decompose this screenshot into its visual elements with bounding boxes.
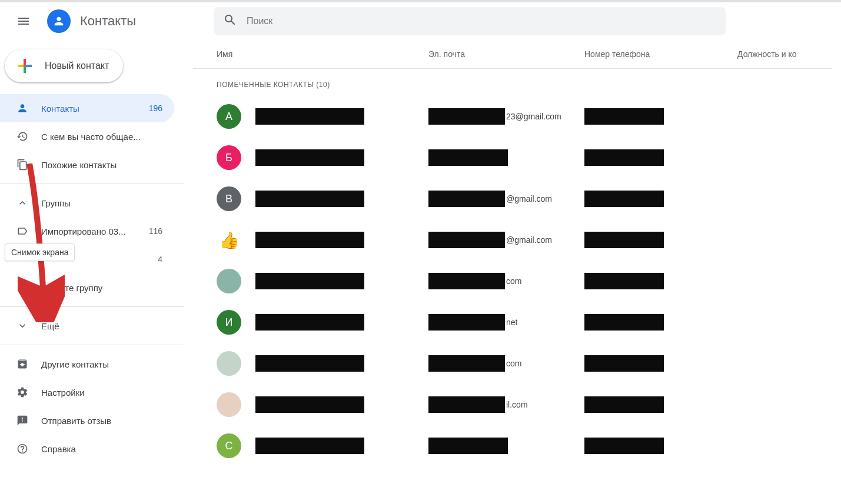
contact-phone-cell: [584, 438, 737, 454]
main-layout: Новый контакт Контакты 196 С кем вы част…: [0, 40, 841, 504]
redacted-email: [428, 314, 505, 331]
sidebar-item-frequent[interactable]: С кем вы часто общае...: [0, 122, 174, 151]
sidebar-item-imported[interactable]: Импортировано 03... 116: [0, 217, 174, 245]
screenshot-tooltip: Снимок экрана: [5, 243, 75, 261]
email-suffix: @gmail.com: [506, 194, 552, 203]
nav-label: Контакты: [41, 104, 136, 114]
redacted-email: [428, 191, 505, 207]
table-header: Имя Эл. почта Номер телефона Должность и…: [193, 40, 832, 69]
nav-label: Импортировано 03...: [41, 226, 136, 236]
redacted-name: [255, 273, 364, 289]
contact-name-cell: [255, 355, 428, 372]
new-contact-button[interactable]: Новый контакт: [5, 49, 123, 82]
email-suffix: net: [506, 318, 517, 327]
help-icon: [16, 443, 28, 455]
person-icon: [16, 102, 28, 114]
contact-name-cell: [255, 273, 428, 289]
sidebar-item-feedback[interactable]: Отправить отзыв: [0, 406, 174, 435]
contact-email-cell: 23@gmail.com: [428, 108, 584, 125]
contact-phone-cell: [584, 108, 737, 125]
sidebar-item-help[interactable]: Справка: [0, 435, 174, 463]
contact-email-cell: net: [428, 314, 584, 331]
contact-name-cell: [255, 191, 428, 207]
avatar-letter: Б: [217, 145, 241, 170]
sidebar-item-create-group[interactable]: оздайте группу: [0, 273, 174, 302]
history-icon: [16, 131, 28, 142]
contact-row[interactable]: И net: [193, 302, 841, 343]
search-icon: [223, 13, 237, 29]
redacted-name: [255, 149, 364, 166]
contact-row[interactable]: 👍 @gmail.com: [193, 219, 841, 261]
groups-header[interactable]: Группы: [0, 189, 184, 217]
contact-phone-cell: [584, 273, 737, 289]
redacted-email: [428, 396, 505, 413]
plus-small-icon: [16, 282, 28, 293]
avatar-photo: [217, 392, 241, 417]
redacted-name: [255, 396, 364, 413]
groups-label: Группы: [41, 198, 172, 208]
contact-phone-cell: [584, 314, 737, 331]
contact-email-cell: com: [428, 273, 584, 289]
col-phone: Номер телефона: [584, 49, 737, 59]
avatar-letter: С: [217, 433, 241, 458]
contact-row[interactable]: С: [193, 425, 841, 466]
avatar-photo: [217, 269, 241, 293]
redacted-email: [428, 108, 505, 125]
redacted-phone: [584, 396, 664, 413]
avatar-emoji: 👍: [217, 228, 241, 252]
email-suffix: com: [506, 276, 521, 286]
divider: [0, 306, 184, 307]
sidebar-item-settings[interactable]: Настройки: [0, 378, 174, 406]
nav-label: оздайте группу: [41, 283, 162, 293]
redacted-name: [255, 232, 364, 248]
col-email: Эл. почта: [428, 49, 584, 59]
email-suffix: il.com: [506, 400, 528, 409]
divider: [0, 183, 184, 184]
search-input[interactable]: [247, 16, 716, 26]
sidebar-item-contacts[interactable]: Контакты 196: [0, 94, 174, 122]
more-header[interactable]: Ещё: [0, 312, 184, 340]
contact-email-cell: @gmail.com: [428, 232, 584, 248]
redacted-phone: [584, 355, 664, 372]
redacted-email: [428, 438, 508, 454]
redacted-phone: [584, 108, 664, 125]
contact-phone-cell: [584, 396, 737, 413]
contact-row[interactable]: В @gmail.com: [193, 178, 841, 219]
sidebar-item-other[interactable]: Другие контакты: [0, 350, 174, 378]
redacted-phone: [584, 314, 664, 331]
contact-name-cell: [255, 232, 428, 248]
email-suffix: 23@gmail.com: [506, 112, 561, 121]
feedback-icon: [16, 415, 28, 426]
contact-row[interactable]: il.com: [193, 384, 841, 425]
redacted-phone: [584, 191, 664, 207]
redacted-name: [255, 108, 364, 125]
contact-row[interactable]: Б: [193, 137, 841, 178]
contact-name-cell: [255, 149, 428, 166]
contact-row[interactable]: com: [193, 343, 841, 384]
col-name: Имя: [217, 49, 428, 59]
plus-icon: [14, 55, 35, 76]
main-menu-icon[interactable]: [9, 7, 38, 35]
nav-count: 196: [149, 104, 162, 113]
label-icon: [16, 225, 28, 237]
contact-row[interactable]: com: [193, 261, 841, 302]
contact-row[interactable]: А 23@gmail.com: [193, 96, 841, 137]
search-container[interactable]: [214, 7, 726, 35]
sidebar-item-similar[interactable]: Похожие контакты: [0, 151, 174, 179]
header: Контакты: [0, 2, 841, 40]
redacted-email: [428, 273, 505, 289]
contact-phone-cell: [584, 149, 737, 166]
avatar-photo: [217, 351, 241, 376]
nav-label: Другие контакты: [41, 359, 162, 369]
chevron-down-icon: [16, 320, 28, 332]
avatar-letter: А: [217, 104, 241, 129]
nav-label: С кем вы часто общае...: [41, 132, 162, 142]
redacted-name: [255, 314, 364, 331]
avatar-letter: В: [217, 186, 241, 211]
email-suffix: @gmail.com: [506, 235, 552, 245]
divider: [0, 345, 184, 345]
content-area: Имя Эл. почта Номер телефона Должность и…: [184, 40, 841, 504]
email-suffix: com: [506, 359, 521, 368]
contact-phone-cell: [584, 232, 737, 248]
nav-count: 4: [158, 255, 162, 264]
